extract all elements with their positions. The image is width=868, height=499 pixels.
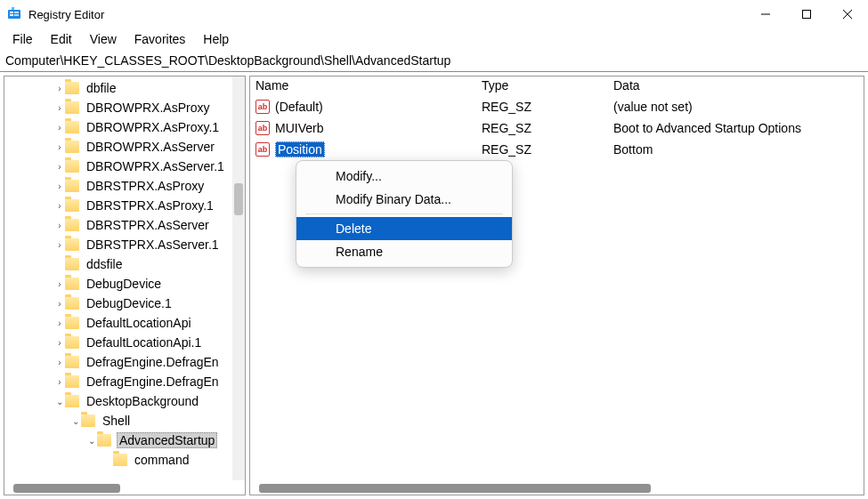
tree-item-label: DefragEngine.DefragEn	[85, 355, 221, 369]
tree-item-label: DBRSTPRX.AsServer.1	[85, 237, 221, 252]
tree-item-label: DefaultLocationApi	[85, 316, 193, 330]
context-modify[interactable]: Modify...	[296, 165, 512, 188]
value-name: MUIVerb	[275, 121, 323, 135]
chevron-right-icon[interactable]: ›	[54, 176, 65, 196]
list-pane: Name Type Data ab(Default)REG_SZ(value n…	[249, 76, 864, 495]
context-menu: Modify... Modify Binary Data... Delete R…	[296, 160, 513, 268]
tree-item[interactable]: ›ddsfile	[4, 254, 245, 274]
menubar: File Edit View Favorites Help	[0, 28, 868, 50]
tree-item[interactable]: ›DBRSTPRX.AsServer	[4, 215, 245, 235]
folder-icon	[65, 180, 79, 192]
value-data: Boot to Advanced Startup Options	[608, 121, 864, 135]
window-controls	[745, 0, 868, 28]
tree-item[interactable]: ›DefragEngine.DefragEn	[4, 352, 245, 372]
menu-favorites[interactable]: Favorites	[126, 30, 195, 48]
svg-rect-3	[10, 14, 13, 16]
tree-item-label: command	[133, 453, 191, 467]
titlebar[interactable]: Registry Editor	[0, 0, 868, 28]
regedit-icon	[7, 7, 21, 21]
value-data: Bottom	[608, 142, 864, 157]
folder-icon	[113, 454, 127, 466]
column-name[interactable]: Name	[250, 76, 476, 96]
tree-item[interactable]: ⌄AdvancedStartup	[4, 431, 245, 450]
tree-item-label: DebugDevice.1	[85, 296, 174, 310]
svg-rect-5	[12, 7, 14, 10]
address-bar[interactable]: Computer\HKEY_CLASSES_ROOT\DesktopBackgr…	[0, 50, 868, 71]
folder-icon	[65, 82, 79, 94]
menu-file[interactable]: File	[4, 30, 42, 48]
column-type[interactable]: Type	[476, 76, 608, 96]
svg-rect-7	[803, 11, 811, 19]
chevron-right-icon[interactable]: ›	[54, 98, 65, 117]
folder-icon	[65, 160, 79, 173]
tree-item-label: DBROWPRX.AsServer	[85, 140, 216, 154]
tree-item-label: DBRSTPRX.AsServer	[85, 218, 211, 232]
tree-item[interactable]: ›DefragEngine.DefragEn	[4, 372, 245, 391]
string-value-icon: ab	[256, 142, 270, 157]
tree-item[interactable]: ›DBRSTPRX.AsServer.1	[4, 235, 245, 254]
value-data: (value not set)	[608, 100, 864, 114]
tree-item[interactable]: ›DBROWPRX.AsProxy.1	[4, 117, 245, 137]
folder-icon	[65, 297, 79, 310]
context-separator	[305, 213, 503, 214]
maximize-button[interactable]	[786, 0, 827, 28]
tree-scrollbar-horizontal[interactable]	[4, 482, 245, 495]
menu-edit[interactable]: Edit	[42, 30, 81, 48]
chevron-down-icon[interactable]: ⌄	[54, 391, 65, 411]
chevron-right-icon[interactable]: ›	[54, 274, 65, 294]
tree-item[interactable]: ›dbfile	[4, 78, 245, 98]
chevron-right-icon[interactable]: ›	[54, 333, 65, 352]
context-modify-binary[interactable]: Modify Binary Data...	[296, 188, 512, 211]
close-button[interactable]	[827, 0, 868, 28]
chevron-right-icon[interactable]: ›	[54, 137, 65, 157]
value-row[interactable]: abMUIVerbREG_SZBoot to Advanced Startup …	[250, 117, 864, 139]
chevron-down-icon[interactable]: ⌄	[86, 431, 97, 450]
folder-icon	[65, 101, 79, 114]
tree-item-label: DBROWPRX.AsProxy	[85, 101, 211, 115]
chevron-down-icon[interactable]: ⌄	[70, 411, 81, 431]
tree-item[interactable]: ›DBROWPRX.AsServer.1	[4, 157, 245, 176]
tree-item-label: ddsfile	[85, 257, 124, 271]
tree-item[interactable]: ⌄DesktopBackground	[4, 391, 245, 411]
chevron-right-icon[interactable]: ›	[54, 157, 65, 176]
chevron-right-icon[interactable]: ›	[54, 294, 65, 313]
tree-item[interactable]: ›DebugDevice	[4, 274, 245, 294]
chevron-right-icon[interactable]: ›	[54, 215, 65, 235]
tree-item[interactable]: ›DefaultLocationApi.1	[4, 333, 245, 352]
tree-item[interactable]: ›command	[4, 450, 245, 470]
tree-item-label: Shell	[101, 414, 132, 428]
svg-rect-2	[14, 12, 19, 13]
context-delete[interactable]: Delete	[296, 217, 512, 240]
chevron-right-icon[interactable]: ›	[54, 372, 65, 391]
tree-item[interactable]: ›DebugDevice.1	[4, 294, 245, 313]
list-scrollbar-horizontal[interactable]	[250, 482, 864, 495]
tree-item[interactable]: ›DefaultLocationApi	[4, 313, 245, 333]
chevron-right-icon[interactable]: ›	[54, 78, 65, 98]
tree-item[interactable]: ›DBROWPRX.AsProxy	[4, 98, 245, 117]
chevron-right-icon[interactable]: ›	[54, 313, 65, 333]
chevron-right-icon[interactable]: ›	[54, 117, 65, 137]
menu-help[interactable]: Help	[194, 30, 238, 48]
folder-icon	[65, 356, 79, 368]
tree-item[interactable]: ›DBRSTPRX.AsProxy	[4, 176, 245, 196]
tree-item-label: DefaultLocationApi.1	[85, 335, 203, 350]
value-row[interactable]: ab(Default)REG_SZ(value not set)	[250, 96, 864, 117]
value-type: REG_SZ	[476, 100, 608, 114]
value-row[interactable]: abPositionREG_SZBottom	[250, 139, 864, 160]
tree-item-label: DBRSTPRX.AsProxy	[85, 179, 206, 193]
tree-item-label: DefragEngine.DefragEn	[85, 374, 221, 389]
tree-scrollbar-vertical[interactable]	[232, 76, 245, 480]
menu-view[interactable]: View	[81, 30, 126, 48]
column-data[interactable]: Data	[608, 76, 864, 96]
minimize-button[interactable]	[745, 0, 786, 28]
chevron-right-icon[interactable]: ›	[54, 235, 65, 254]
tree-item-label: dbfile	[85, 81, 118, 95]
address-path: Computer\HKEY_CLASSES_ROOT\DesktopBackgr…	[5, 53, 450, 68]
chevron-right-icon[interactable]: ›	[54, 352, 65, 372]
tree-item[interactable]: ›DBROWPRX.AsServer	[4, 137, 245, 157]
window-title: Registry Editor	[28, 8, 745, 21]
chevron-right-icon[interactable]: ›	[54, 196, 65, 215]
tree-item[interactable]: ›DBRSTPRX.AsProxy.1	[4, 196, 245, 215]
context-rename[interactable]: Rename	[296, 240, 512, 263]
tree-item[interactable]: ⌄Shell	[4, 411, 245, 431]
